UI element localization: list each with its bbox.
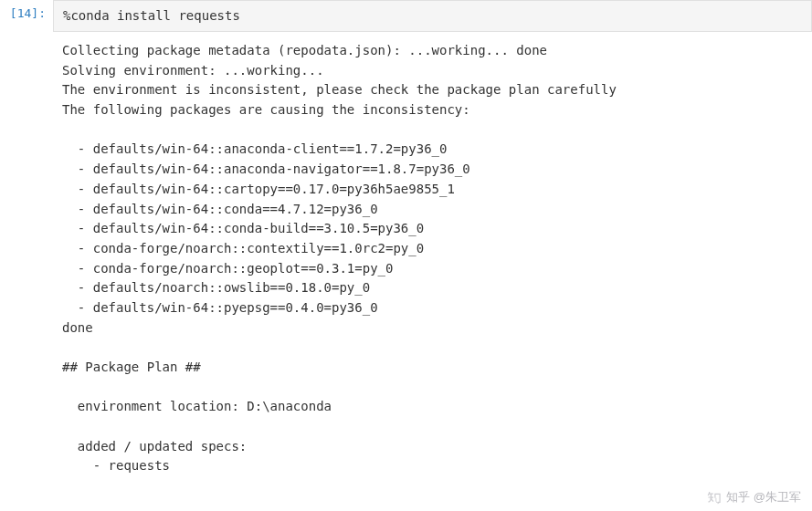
execution-count-prompt: [14]:: [0, 0, 53, 20]
code-text: %conda install requests: [63, 8, 240, 23]
code-input[interactable]: %conda install requests: [53, 0, 812, 32]
output-cell: Collecting package metadata (repodata.js…: [0, 32, 812, 476]
watermark-text: 知乎 @朱卫军: [726, 489, 801, 506]
zhihu-icon: [707, 491, 721, 505]
watermark: 知乎 @朱卫军: [707, 489, 801, 506]
stdout-output: Collecting package metadata (repodata.js…: [53, 32, 812, 476]
input-cell: [14]: %conda install requests: [0, 0, 812, 32]
